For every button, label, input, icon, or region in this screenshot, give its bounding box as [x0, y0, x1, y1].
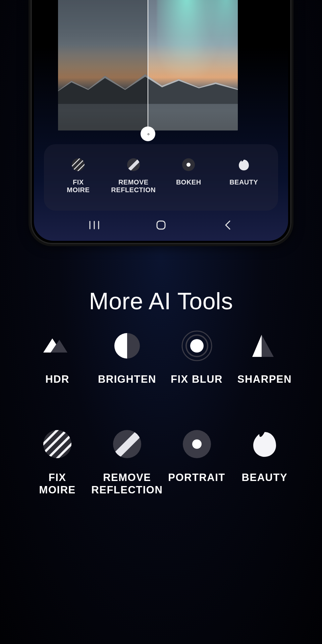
tool-beauty[interactable]: BEAUTY [231, 426, 299, 496]
tray-remove-reflection[interactable]: REMOVEREFLECTION [106, 156, 161, 194]
tool-portrait[interactable]: PORTRAIT [163, 426, 230, 496]
svg-marker-19 [252, 335, 262, 357]
beauty-icon [251, 426, 279, 463]
tool-tray: FIXMOIRE REMOVEREFLECTION [44, 144, 278, 211]
svg-marker-20 [262, 335, 274, 357]
tool-label: REMOVEREFLECTION [91, 471, 163, 496]
tool-fix-blur[interactable]: FIX BLUR [163, 327, 230, 385]
tool-label: BRIGHTEN [98, 373, 156, 385]
hdr-icon [41, 327, 74, 364]
phone-frame: ‹ › [29, 0, 293, 246]
beauty-icon [216, 156, 272, 173]
tray-label: BOKEH [161, 178, 216, 186]
tray-label: REMOVEREFLECTION [106, 178, 161, 194]
tray-beauty[interactable]: BEAUTY [216, 156, 272, 186]
tool-hdr[interactable]: HDR [23, 327, 91, 385]
fix-blur-icon [180, 327, 214, 364]
tool-brighten[interactable]: BRIGHTEN [91, 327, 163, 385]
tool-fix-moire[interactable]: FIXMOIRE [23, 426, 91, 496]
tool-label: FIXMOIRE [39, 471, 76, 496]
svg-point-18 [190, 339, 204, 353]
tool-label: BEAUTY [242, 471, 287, 484]
sharpen-icon [250, 327, 279, 364]
tool-label: PORTRAIT [168, 471, 225, 484]
svg-rect-22 [43, 430, 71, 458]
svg-rect-12 [157, 221, 165, 229]
fix-moire-icon [43, 426, 71, 463]
tray-fix-moire[interactable]: FIXMOIRE [51, 156, 106, 194]
phone-screen: ‹ › [34, 0, 288, 241]
nav-recents-button[interactable] [84, 221, 104, 231]
comparison-divider [148, 0, 148, 134]
brighten-icon [113, 327, 141, 364]
nav-home-button[interactable] [151, 220, 171, 231]
tools-grid: HDR BRIGHTEN FIX BLUR S [23, 327, 299, 496]
nav-back-button[interactable] [218, 220, 238, 231]
tool-sharpen[interactable]: SHARPEN [231, 327, 299, 385]
slider-glyph: ‹ › [147, 131, 149, 137]
tray-bokeh[interactable]: BOKEH [161, 156, 216, 186]
recents-icon [89, 221, 100, 229]
tool-remove-reflection[interactable]: REMOVEREFLECTION [91, 426, 163, 496]
remove-reflection-icon [113, 426, 141, 463]
comparison-slider-handle[interactable]: ‹ › [141, 126, 155, 141]
bokeh-icon [161, 156, 216, 173]
home-icon [156, 220, 166, 230]
tray-label: BEAUTY [216, 178, 272, 186]
remove-reflection-icon [106, 156, 161, 173]
tool-label: FIX BLUR [171, 373, 223, 385]
tool-label: SHARPEN [237, 373, 292, 385]
section-title: More AI Tools [0, 288, 322, 315]
android-navbar [34, 215, 288, 237]
tool-label: HDR [45, 373, 69, 385]
tray-label: FIXMOIRE [51, 178, 106, 194]
fix-moire-icon [51, 156, 106, 173]
back-icon [224, 220, 231, 230]
portrait-icon [183, 426, 211, 463]
